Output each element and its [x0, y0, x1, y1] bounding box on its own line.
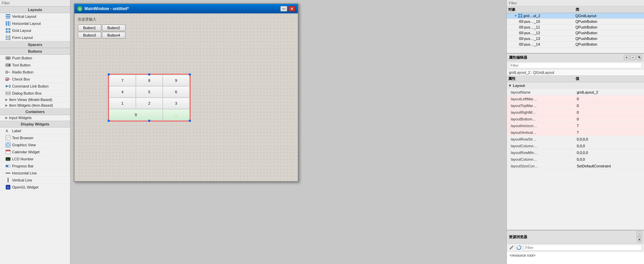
prop-key: layoutRowStr… [507, 137, 576, 142]
prop-row-layoutHorizon[interactable]: layoutHorizon… 7 [507, 122, 644, 129]
resource-close-button[interactable]: ✕ [637, 237, 642, 242]
sidebar-item-command-link-button[interactable]: Command Link Button [0, 83, 70, 90]
form-label: 在这里输入 [78, 17, 294, 22]
grid-cell-5[interactable]: 5 [136, 86, 163, 98]
grid-cell-dot[interactable]: . [163, 109, 190, 120]
prop-row-layoutVertical[interactable]: layoutVertical… 7 [507, 129, 644, 136]
prop-row-layoutName[interactable]: layoutName gridLayout_2 [507, 89, 644, 96]
grid-cell-4[interactable]: 4 [109, 86, 136, 98]
minimize-button[interactable]: — [280, 6, 287, 11]
sidebar-item-vertical-layout[interactable]: Vertical Layout [0, 13, 70, 20]
sidebar-item-text-browser[interactable]: Text Browser [0, 135, 70, 142]
resource-tree: <resource root> [507, 252, 644, 264]
push-btn-3[interactable]: Button3 [78, 32, 101, 39]
svg-text:42: 42 [7, 158, 9, 160]
sidebar-item-item-widgets[interactable]: ▶ Item Widgets (Item-Based) [0, 103, 70, 108]
sidebar-item-label[interactable]: A Label [0, 127, 70, 135]
push-btn-2[interactable]: Button2 [102, 24, 125, 31]
resize-handle-tl[interactable] [108, 73, 110, 75]
sidebar-item-check-box[interactable]: Check Box [0, 76, 70, 83]
properties-title-icons: + − ✎ [624, 55, 642, 60]
grid-cell-6[interactable]: 6 [163, 86, 190, 98]
remove-property-button[interactable]: − [630, 55, 636, 60]
prop-row-layoutTopMar[interactable]: layoutTopMar… 0 [507, 102, 644, 109]
sidebar-item-push-button[interactable]: OK Push Button [0, 55, 70, 62]
prop-row-layoutBottom[interactable]: layoutBottom… 0 [507, 116, 644, 122]
resize-handle-bm[interactable] [148, 120, 150, 122]
sidebar-item-horizontal-layout[interactable]: Horizontal Layout [0, 20, 70, 27]
svg-text:OK: OK [7, 57, 9, 59]
sidebar-item-dialog-button-box[interactable]: Dialog Button Box [0, 90, 70, 97]
properties-title: 属性编辑器 [509, 55, 527, 60]
grid-layout-widget[interactable]: 7 8 9 4 5 6 1 2 3 0 . [108, 74, 191, 121]
tree-row-type: QPushButton [576, 42, 643, 46]
sidebar-item-calendar-widget[interactable]: 12 Calendar Widget [0, 149, 70, 156]
vertical-layout-icon [5, 14, 11, 19]
svg-rect-52 [521, 16, 522, 18]
resize-handle-tm[interactable] [148, 73, 150, 75]
containers-section: Containers [0, 108, 70, 115]
sidebar-item-input-widgets[interactable]: ▶ Input Widgets [0, 115, 70, 121]
edit-property-button[interactable]: ✎ [637, 55, 642, 60]
tree-row-push-11[interactable]: pus…_11 QPushButton [507, 24, 644, 30]
grid-cell-1[interactable]: 1 [109, 98, 136, 109]
sidebar-item-opengl-widget[interactable]: GL OpenGL Widget [0, 184, 70, 191]
sidebar-item-form-layout[interactable]: Form Layout [0, 34, 70, 41]
tree-row-push-10[interactable]: pus…_10 QPushButton [507, 19, 644, 24]
lcd-number-icon: 42 [5, 156, 11, 162]
object-tree-panel: Filter 对象 类 ▼ grid…ut_2 QGridLayout pus…… [507, 0, 644, 54]
grid-cell-7[interactable]: 7 [109, 75, 136, 86]
buttons-section: Buttons [0, 48, 70, 55]
grid-cell-9[interactable]: 9 [163, 75, 190, 86]
sidebar-item-tool-button[interactable]: ▼ Tool Button [0, 62, 70, 69]
qt-form-canvas[interactable]: 在这里输入 Button1 Button2 Button3 Button4 7 … [74, 13, 298, 181]
prop-row-layoutRightM[interactable]: layoutRightM… 0 [507, 109, 644, 116]
tree-row-grid-layout[interactable]: ▼ grid…ut_2 QGridLayout [507, 13, 644, 19]
sidebar-item-horizontal-line[interactable]: Horizontal Line [0, 170, 70, 177]
resource-root-item[interactable]: <resource root> [509, 253, 536, 257]
prop-row-layoutRowStr[interactable]: layoutRowStr… 0,0,0,0 [507, 136, 644, 143]
prop-row-layoutRowMin[interactable]: layoutRowMin… 0,0,0,0 [507, 149, 644, 156]
push-btn-tree-icon-14 [519, 42, 524, 47]
resize-handle-tr[interactable] [189, 73, 191, 75]
tree-row-push-13[interactable]: pus…_13 QPushButton [507, 36, 644, 42]
prop-row-layoutColumn1[interactable]: layoutColumn… 0,0,0 [507, 143, 644, 149]
resource-filter-input[interactable] [524, 245, 642, 251]
resize-handle-br[interactable] [189, 120, 191, 122]
prop-row-layoutColumn2[interactable]: layoutColumn… 0,0,0 [507, 156, 644, 163]
layout-section-expand: ▼ [508, 84, 513, 88]
push-button-icon: OK [5, 55, 11, 61]
close-button[interactable]: ✕ [288, 6, 295, 11]
grid-cell-2[interactable]: 2 [136, 98, 163, 109]
sidebar-item-radio-button[interactable]: Radio Button [0, 69, 70, 76]
push-btn-1[interactable]: Button1 [78, 24, 101, 31]
grid-cell-0[interactable]: 0 [109, 109, 163, 120]
tree-row-push-14[interactable]: pus…_14 QPushButton [507, 42, 644, 47]
sidebar-item-lcd-number[interactable]: 42 LCD Number [0, 156, 70, 163]
grid-cell-3[interactable]: 3 [163, 98, 190, 109]
prop-key: layoutName [507, 90, 576, 95]
tree-row-push-12[interactable]: pus…_12 QPushButton [507, 30, 644, 36]
prop-row-layoutSizeCon[interactable]: layoutSizeCon… SetDefaultConstraint [507, 163, 644, 169]
push-btn-4[interactable]: Button4 [102, 32, 125, 39]
sidebar-item-progress-bar[interactable]: Progress Bar [0, 163, 70, 170]
prop-val: 0 [576, 96, 644, 102]
sidebar-item-graphics-view[interactable]: Graphics View [0, 142, 70, 149]
prop-val: gridLayout_2 [576, 90, 644, 95]
grid-layout-tree-icon [518, 13, 523, 18]
prop-filter-input[interactable] [509, 62, 642, 68]
grid-cell-8[interactable]: 8 [136, 75, 163, 86]
prop-row-layoutLeftMar[interactable]: layoutLeftMar… 0 [507, 96, 644, 102]
sidebar-item-grid-layout[interactable]: Grid Layout [0, 27, 70, 34]
sidebar-item-item-views[interactable]: ▶ Item Views (Model-Based) [0, 97, 70, 103]
resource-expand-button[interactable]: □ [637, 231, 642, 237]
window-controls: — ✕ [280, 6, 295, 11]
tree-row-type: QPushButton [576, 37, 643, 41]
svg-point-22 [6, 72, 7, 73]
grid-inner: 7 8 9 4 5 6 1 2 3 0 . [109, 74, 190, 121]
resize-handle-bl[interactable] [108, 120, 110, 122]
add-property-button[interactable]: + [624, 55, 629, 60]
prop-val: 7 [576, 130, 644, 135]
sidebar-item-vertical-line[interactable]: Vertical Line [0, 177, 70, 184]
horizontal-layout-icon [5, 21, 11, 26]
